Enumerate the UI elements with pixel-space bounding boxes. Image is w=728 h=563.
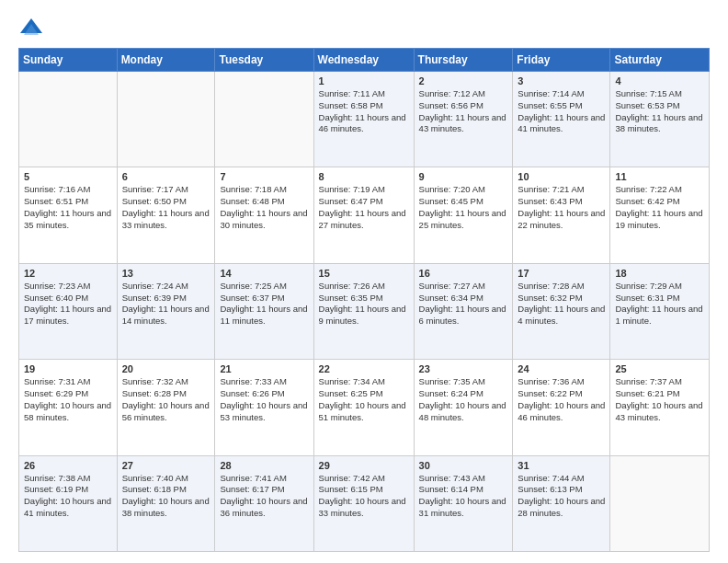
day-number: 3	[518, 75, 605, 86]
calendar-cell	[19, 72, 118, 167]
calendar-cell: 30Sunrise: 7:43 AM Sunset: 6:14 PM Dayli…	[414, 455, 513, 551]
calendar-cell: 4Sunrise: 7:15 AM Sunset: 6:53 PM Daylig…	[610, 72, 710, 167]
calendar-cell: 22Sunrise: 7:34 AM Sunset: 6:25 PM Dayli…	[313, 360, 414, 455]
day-of-week-header: Saturday	[610, 49, 710, 72]
day-info: Sunrise: 7:15 AM Sunset: 6:53 PM Dayligh…	[615, 88, 704, 135]
day-number: 1	[319, 75, 409, 86]
day-info: Sunrise: 7:41 AM Sunset: 6:17 PM Dayligh…	[220, 473, 308, 520]
calendar-cell: 27Sunrise: 7:40 AM Sunset: 6:18 PM Dayli…	[117, 455, 215, 551]
calendar-cell: 6Sunrise: 7:17 AM Sunset: 6:50 PM Daylig…	[117, 167, 215, 263]
calendar-cell: 5Sunrise: 7:16 AM Sunset: 6:51 PM Daylig…	[19, 167, 118, 263]
day-info: Sunrise: 7:21 AM Sunset: 6:43 PM Dayligh…	[518, 184, 605, 231]
day-number: 23	[419, 363, 508, 374]
day-info: Sunrise: 7:11 AM Sunset: 6:58 PM Dayligh…	[319, 88, 409, 135]
day-info: Sunrise: 7:36 AM Sunset: 6:22 PM Dayligh…	[518, 376, 605, 423]
day-info: Sunrise: 7:43 AM Sunset: 6:14 PM Dayligh…	[419, 473, 508, 520]
calendar-cell: 21Sunrise: 7:33 AM Sunset: 6:26 PM Dayli…	[215, 360, 313, 455]
day-number: 22	[319, 363, 409, 374]
day-info: Sunrise: 7:25 AM Sunset: 6:37 PM Dayligh…	[220, 281, 308, 327]
day-of-week-header: Tuesday	[215, 49, 313, 72]
day-number: 7	[220, 171, 308, 182]
day-info: Sunrise: 7:24 AM Sunset: 6:39 PM Dayligh…	[122, 281, 210, 327]
calendar-week-row: 5Sunrise: 7:16 AM Sunset: 6:51 PM Daylig…	[19, 167, 710, 263]
calendar-week-row: 12Sunrise: 7:23 AM Sunset: 6:40 PM Dayli…	[19, 263, 710, 359]
day-of-week-row: SundayMondayTuesdayWednesdayThursdayFrid…	[19, 49, 710, 72]
day-number: 5	[24, 171, 112, 182]
calendar-cell: 9Sunrise: 7:20 AM Sunset: 6:45 PM Daylig…	[414, 167, 513, 263]
day-number: 12	[24, 268, 112, 279]
day-info: Sunrise: 7:12 AM Sunset: 6:56 PM Dayligh…	[419, 88, 508, 135]
day-number: 29	[319, 460, 409, 471]
day-number: 6	[122, 171, 210, 182]
day-info: Sunrise: 7:16 AM Sunset: 6:51 PM Dayligh…	[24, 184, 112, 231]
calendar-week-row: 26Sunrise: 7:38 AM Sunset: 6:19 PM Dayli…	[19, 455, 710, 551]
day-info: Sunrise: 7:29 AM Sunset: 6:31 PM Dayligh…	[615, 281, 704, 327]
day-number: 4	[615, 75, 704, 86]
calendar-cell: 1Sunrise: 7:11 AM Sunset: 6:58 PM Daylig…	[313, 72, 414, 167]
calendar-body: 1Sunrise: 7:11 AM Sunset: 6:58 PM Daylig…	[19, 72, 710, 552]
calendar-cell: 20Sunrise: 7:32 AM Sunset: 6:28 PM Dayli…	[117, 360, 215, 455]
calendar-cell: 14Sunrise: 7:25 AM Sunset: 6:37 PM Dayli…	[215, 263, 313, 359]
day-number: 8	[319, 171, 409, 182]
day-info: Sunrise: 7:31 AM Sunset: 6:29 PM Dayligh…	[24, 376, 112, 423]
day-of-week-header: Monday	[117, 49, 215, 72]
day-info: Sunrise: 7:35 AM Sunset: 6:24 PM Dayligh…	[419, 376, 508, 423]
calendar-cell: 26Sunrise: 7:38 AM Sunset: 6:19 PM Dayli…	[19, 455, 118, 551]
day-of-week-header: Friday	[513, 49, 610, 72]
calendar-cell: 7Sunrise: 7:18 AM Sunset: 6:48 PM Daylig…	[215, 167, 313, 263]
day-info: Sunrise: 7:37 AM Sunset: 6:21 PM Dayligh…	[615, 376, 704, 423]
page: SundayMondayTuesdayWednesdayThursdayFrid…	[0, 0, 728, 563]
day-number: 26	[24, 460, 112, 471]
day-number: 16	[419, 268, 508, 279]
calendar-cell: 10Sunrise: 7:21 AM Sunset: 6:43 PM Dayli…	[513, 167, 610, 263]
calendar-cell: 16Sunrise: 7:27 AM Sunset: 6:34 PM Dayli…	[414, 263, 513, 359]
calendar-cell: 12Sunrise: 7:23 AM Sunset: 6:40 PM Dayli…	[19, 263, 118, 359]
calendar-cell	[215, 72, 313, 167]
day-number: 10	[518, 171, 605, 182]
calendar-cell: 28Sunrise: 7:41 AM Sunset: 6:17 PM Dayli…	[215, 455, 313, 551]
calendar-cell: 18Sunrise: 7:29 AM Sunset: 6:31 PM Dayli…	[610, 263, 710, 359]
day-info: Sunrise: 7:38 AM Sunset: 6:19 PM Dayligh…	[24, 473, 112, 520]
logo-icon	[18, 15, 44, 40]
calendar-cell: 23Sunrise: 7:35 AM Sunset: 6:24 PM Dayli…	[414, 360, 513, 455]
calendar-cell: 17Sunrise: 7:28 AM Sunset: 6:32 PM Dayli…	[513, 263, 610, 359]
calendar-cell: 25Sunrise: 7:37 AM Sunset: 6:21 PM Dayli…	[610, 360, 710, 455]
day-info: Sunrise: 7:33 AM Sunset: 6:26 PM Dayligh…	[220, 376, 308, 423]
day-number: 27	[122, 460, 210, 471]
day-info: Sunrise: 7:27 AM Sunset: 6:34 PM Dayligh…	[419, 281, 508, 327]
day-number: 18	[615, 268, 704, 279]
day-number: 28	[220, 460, 308, 471]
day-info: Sunrise: 7:18 AM Sunset: 6:48 PM Dayligh…	[220, 184, 308, 231]
logo	[18, 15, 48, 40]
day-number: 24	[518, 363, 605, 374]
day-number: 15	[319, 268, 409, 279]
day-info: Sunrise: 7:26 AM Sunset: 6:35 PM Dayligh…	[319, 281, 409, 327]
day-number: 11	[615, 171, 704, 182]
calendar-cell: 31Sunrise: 7:44 AM Sunset: 6:13 PM Dayli…	[513, 455, 610, 551]
day-number: 2	[419, 75, 508, 86]
day-info: Sunrise: 7:32 AM Sunset: 6:28 PM Dayligh…	[122, 376, 210, 423]
day-number: 14	[220, 268, 308, 279]
calendar-cell: 8Sunrise: 7:19 AM Sunset: 6:47 PM Daylig…	[313, 167, 414, 263]
calendar-week-row: 19Sunrise: 7:31 AM Sunset: 6:29 PM Dayli…	[19, 360, 710, 455]
day-number: 13	[122, 268, 210, 279]
calendar-cell: 13Sunrise: 7:24 AM Sunset: 6:39 PM Dayli…	[117, 263, 215, 359]
day-info: Sunrise: 7:42 AM Sunset: 6:15 PM Dayligh…	[319, 473, 409, 520]
day-info: Sunrise: 7:28 AM Sunset: 6:32 PM Dayligh…	[518, 281, 605, 327]
day-info: Sunrise: 7:22 AM Sunset: 6:42 PM Dayligh…	[615, 184, 704, 231]
header	[18, 15, 710, 40]
day-of-week-header: Wednesday	[313, 49, 414, 72]
day-number: 17	[518, 268, 605, 279]
day-info: Sunrise: 7:44 AM Sunset: 6:13 PM Dayligh…	[518, 473, 605, 520]
day-number: 30	[419, 460, 508, 471]
day-info: Sunrise: 7:17 AM Sunset: 6:50 PM Dayligh…	[122, 184, 210, 231]
calendar-cell	[117, 72, 215, 167]
calendar-cell: 19Sunrise: 7:31 AM Sunset: 6:29 PM Dayli…	[19, 360, 118, 455]
calendar-week-row: 1Sunrise: 7:11 AM Sunset: 6:58 PM Daylig…	[19, 72, 710, 167]
day-number: 9	[419, 171, 508, 182]
day-info: Sunrise: 7:23 AM Sunset: 6:40 PM Dayligh…	[24, 281, 112, 327]
day-info: Sunrise: 7:34 AM Sunset: 6:25 PM Dayligh…	[319, 376, 409, 423]
day-of-week-header: Sunday	[19, 49, 118, 72]
day-number: 25	[615, 363, 704, 374]
calendar-cell: 29Sunrise: 7:42 AM Sunset: 6:15 PM Dayli…	[313, 455, 414, 551]
